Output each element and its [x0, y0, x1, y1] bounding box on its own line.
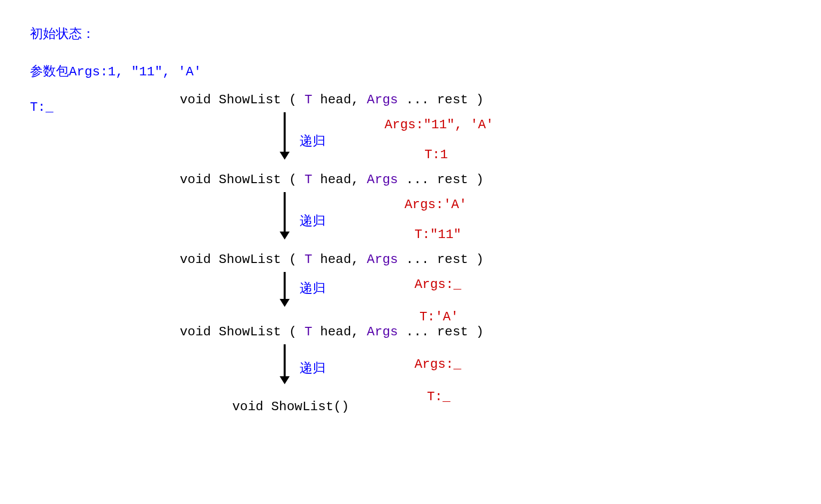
arrow-3 — [277, 272, 292, 307]
signature-row-1: void ShowList ( T head, Args ... rest ) — [180, 92, 484, 107]
arrow-head-icon — [280, 232, 290, 240]
t-param: T — [305, 92, 313, 107]
func-name: ShowList — [219, 172, 281, 187]
open-paren: ( — [289, 172, 297, 187]
t-state-1: T:1 — [424, 147, 448, 162]
close-paren: ) — [476, 92, 484, 107]
open-paren: ( — [289, 92, 297, 107]
rest-param: ... rest — [406, 324, 468, 339]
final-signature: void ShowList() — [232, 399, 349, 414]
rest-param: ... rest — [406, 92, 468, 107]
recurse-label-2: 递归 — [300, 212, 326, 230]
void-kw: void — [180, 172, 211, 187]
head-param: head, — [320, 252, 367, 267]
args-state-1: Args:"11", 'A' — [385, 117, 493, 132]
signature-row-3: void ShowList ( T head, Args ... rest ) — [180, 252, 484, 267]
close-paren: ) — [476, 172, 484, 187]
args-state-4: Args:_ — [414, 357, 461, 372]
void-kw: void — [180, 324, 211, 339]
t-param: T — [305, 172, 313, 187]
rest-param: ... rest — [406, 252, 468, 267]
signature-row-4: void ShowList ( T head, Args ... rest ) — [180, 324, 484, 339]
args-state-2: Args:'A' — [405, 197, 467, 212]
void-kw: void — [180, 252, 211, 267]
header-section: 初始状态： 参数包Args:1, "11", 'A' T:_ — [30, 25, 201, 135]
close-paren: ) — [476, 324, 484, 339]
recurse-label-3: 递归 — [300, 279, 326, 297]
args-param: Args — [367, 92, 398, 107]
t-param: T — [305, 324, 313, 339]
func-name: ShowList — [219, 252, 281, 267]
args-param: Args — [367, 252, 398, 267]
arrow-head-icon — [280, 152, 290, 160]
arrow-1 — [277, 112, 292, 160]
arrow-line-icon — [284, 192, 286, 232]
recurse-label-4: 递归 — [300, 359, 326, 377]
func-name: ShowList — [219, 92, 281, 107]
head-param: head, — [320, 324, 367, 339]
args-param: Args — [367, 172, 398, 187]
arrow-line-icon — [284, 344, 286, 376]
arrow-head-icon — [280, 299, 290, 307]
head-param: head, — [320, 92, 367, 107]
t-state-2: T:"11" — [414, 227, 461, 242]
void-kw: void — [180, 92, 211, 107]
t-param: T — [305, 252, 313, 267]
args-param: Args — [367, 324, 398, 339]
open-paren: ( — [289, 324, 297, 339]
arrow-head-icon — [280, 376, 290, 384]
args-pack-label: 参数包Args:1, "11", 'A' — [30, 62, 201, 80]
t-empty-label: T:_ — [30, 100, 201, 115]
recurse-label-1: 递归 — [300, 132, 326, 150]
arrow-2 — [277, 192, 292, 240]
func-name: ShowList — [219, 324, 281, 339]
t-state-4: T:_ — [427, 389, 450, 404]
initial-state-label: 初始状态： — [30, 25, 201, 42]
arrow-line-icon — [284, 112, 286, 152]
open-paren: ( — [289, 252, 297, 267]
close-paren: ) — [476, 252, 484, 267]
arrow-4 — [277, 344, 292, 384]
arrow-line-icon — [284, 272, 286, 299]
rest-param: ... rest — [406, 172, 468, 187]
args-state-3: Args:_ — [414, 277, 461, 292]
t-state-3: T:'A' — [419, 309, 458, 324]
signature-row-2: void ShowList ( T head, Args ... rest ) — [180, 172, 484, 187]
head-param: head, — [320, 172, 367, 187]
